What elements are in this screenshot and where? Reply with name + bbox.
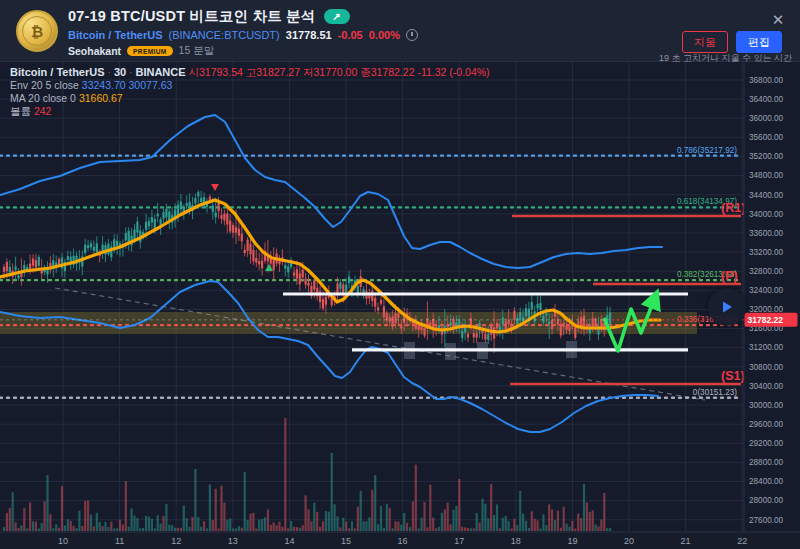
svg-text:21: 21 xyxy=(681,536,691,546)
price-change-pct: 0.00% xyxy=(369,29,400,41)
svg-text:19: 19 xyxy=(567,536,577,546)
svg-text:27600.00: 27600.00 xyxy=(749,516,784,525)
svg-text:20: 20 xyxy=(624,536,634,546)
svg-text:14: 14 xyxy=(284,536,294,546)
legend-volume-row[interactable]: 볼륨 242 xyxy=(10,105,490,118)
svg-text:31782.22: 31782.22 xyxy=(748,315,784,325)
svg-text:(P): (P) xyxy=(721,269,738,283)
svg-text:22: 22 xyxy=(737,536,747,546)
legend-change: -11.32 (-0.04%) xyxy=(417,66,489,78)
svg-text:36800.00: 36800.00 xyxy=(749,76,784,85)
svg-text:10: 10 xyxy=(58,536,68,546)
legend-symbol-row[interactable]: Bitcoin / TetherUS · 30 · BINANCE 시31793… xyxy=(10,66,490,79)
svg-text:13: 13 xyxy=(228,536,238,546)
svg-text:11: 11 xyxy=(115,536,124,546)
svg-text:30400.00: 30400.00 xyxy=(749,382,784,391)
page-title: 07-19 BTC/USDT 비트코인 차트 분석 xyxy=(68,7,316,26)
legend-symbol: Bitcoin / TetherUS xyxy=(10,66,105,78)
legend-low: 31770.00 xyxy=(313,66,357,78)
svg-text:31200.00: 31200.00 xyxy=(749,343,784,352)
svg-text:(S1): (S1) xyxy=(721,369,745,383)
chart-widget-window: ₿ 07-19 BTC/USDT 비트코인 차트 분석 ↗ Bitcoin / … xyxy=(0,0,800,549)
volume-layer xyxy=(3,418,611,531)
svg-text:0.786(35217.92): 0.786(35217.92) xyxy=(677,146,737,155)
svg-text:35200.00: 35200.00 xyxy=(749,152,784,161)
close-icon[interactable]: ✕ xyxy=(770,12,786,28)
legend-ma-row[interactable]: MA 20 close 0 31660.67 xyxy=(10,92,490,105)
svg-text:34400.00: 34400.00 xyxy=(749,191,784,200)
time-axis[interactable]: 10111213141516171819202122 xyxy=(0,532,800,549)
svg-text:0(30151.23): 0(30151.23) xyxy=(693,388,737,397)
play-icon xyxy=(720,300,734,314)
price-chart[interactable]: 0.786(35217.92)0.618(34134.97)0.382(3261… xyxy=(0,62,800,549)
legend-interval: 30 xyxy=(114,66,126,78)
edit-time-note: 19 초 고치거나 지울 수 있는 시간 xyxy=(654,53,792,64)
envelope-upper-line xyxy=(0,115,662,268)
price-axis[interactable]: 36800.0036400.0036000.0035600.0035200.00… xyxy=(744,62,800,549)
up-marker xyxy=(265,264,273,271)
fib-levels-layer: 0.786(35217.92)0.618(34134.97)0.382(3261… xyxy=(0,146,741,398)
svg-text:18: 18 xyxy=(511,536,521,546)
price-change: -0.05 xyxy=(338,29,363,41)
down-marker xyxy=(211,184,219,191)
symbol-exchange-link[interactable]: (BINANCE:BTCUSDT) xyxy=(169,29,280,41)
svg-text:32400.00: 32400.00 xyxy=(749,286,784,295)
symbol-pair-link[interactable]: Bitcoin / TetherUS xyxy=(68,29,163,41)
svg-text:29600.00: 29600.00 xyxy=(749,420,784,429)
legend-high: 31827.27 xyxy=(256,66,300,78)
edit-button[interactable]: 편집 xyxy=(736,31,782,53)
svg-text:30000.00: 30000.00 xyxy=(749,401,784,410)
envelope-lower-line xyxy=(0,281,658,432)
coin-avatar: ₿ xyxy=(16,10,58,52)
legend-env-row[interactable]: Env 20 5 close 33243.70 30077.63 xyxy=(10,79,490,92)
last-price: 31778.51 xyxy=(286,29,332,41)
svg-text:30800.00: 30800.00 xyxy=(749,363,784,372)
svg-text:33600.00: 33600.00 xyxy=(749,229,784,238)
svg-text:33200.00: 33200.00 xyxy=(749,248,784,257)
svg-text:34000.00: 34000.00 xyxy=(749,210,784,219)
svg-text:15: 15 xyxy=(341,536,351,546)
timeframe-label: 15 분말 xyxy=(179,44,215,58)
svg-text:12: 12 xyxy=(171,536,181,546)
legend-close: 31782.22 xyxy=(371,66,415,78)
legend-exchange: BINANCE xyxy=(135,66,185,78)
premium-badge: PREMIUM xyxy=(127,46,173,56)
chart-legend: Bitcoin / TetherUS · 30 · BINANCE 시31793… xyxy=(10,66,490,118)
author-name[interactable]: Seohakant xyxy=(68,45,121,57)
delete-button[interactable]: 지움 xyxy=(682,31,728,53)
svg-text:17: 17 xyxy=(454,536,464,546)
legend-open: 31793.54 xyxy=(199,66,243,78)
svg-text:16: 16 xyxy=(398,536,408,546)
svg-text:(R1): (R1) xyxy=(721,201,745,215)
svg-text:36400.00: 36400.00 xyxy=(749,95,784,104)
svg-text:28400.00: 28400.00 xyxy=(749,477,784,486)
clock-icon xyxy=(406,29,418,41)
go-to-realtime-button[interactable] xyxy=(708,288,746,326)
svg-text:34800.00: 34800.00 xyxy=(749,171,784,180)
svg-text:36000.00: 36000.00 xyxy=(749,114,784,123)
svg-text:28000.00: 28000.00 xyxy=(749,496,784,505)
svg-text:32800.00: 32800.00 xyxy=(749,267,784,276)
svg-text:28800.00: 28800.00 xyxy=(749,458,784,467)
share-badge-icon[interactable]: ↗ xyxy=(324,9,350,24)
svg-text:29200.00: 29200.00 xyxy=(749,439,784,448)
svg-text:35600.00: 35600.00 xyxy=(749,133,784,142)
